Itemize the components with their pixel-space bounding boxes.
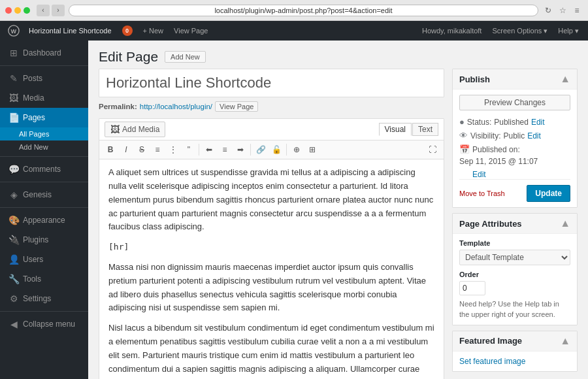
template-label: Template — [459, 239, 570, 247]
status-edit-link[interactable]: Edit — [531, 118, 545, 127]
template-select[interactable]: Default Template — [459, 250, 570, 265]
sidebar-item-media[interactable]: 🖼 Media — [0, 88, 88, 108]
featured-image-header: Featured Image ▲ — [453, 331, 577, 352]
ordered-list-button[interactable]: ⋮ — [166, 142, 180, 157]
strikethrough-button[interactable]: S — [135, 142, 149, 157]
align-center-button[interactable]: ≡ — [218, 142, 232, 157]
tab-text[interactable]: Text — [412, 123, 438, 136]
sidebar-item-all-pages[interactable]: All Pages — [0, 127, 88, 140]
tab-visual[interactable]: Visual — [379, 123, 412, 136]
sidebar-item-dashboard[interactable]: ⊞ Dashboard — [0, 43, 88, 63]
sidebar-item-comments[interactable]: 💬 Comments — [0, 159, 88, 179]
visibility-icon: 👁 — [459, 131, 468, 140]
sidebar-item-collapse[interactable]: ◀ Collapse menu — [0, 314, 88, 334]
view-page-item[interactable]: View Page — [169, 21, 213, 41]
sidebar-separator-1 — [0, 65, 88, 66]
site-name-item[interactable]: Horizontal Line Shortcode — [24, 21, 117, 41]
calendar-icon: 📅 — [459, 144, 470, 154]
notifications-item[interactable]: 0 — [117, 21, 138, 41]
notification-badge: 0 — [122, 25, 133, 36]
sidebar-item-appearance[interactable]: 🎨 Appearance — [0, 210, 88, 230]
published-label: Published on: — [472, 145, 520, 154]
fullscreen-button[interactable]: ⛶ — [425, 142, 440, 157]
wp-logo-item[interactable]: W — [4, 21, 24, 41]
post-title[interactable]: Horizontal Line Shortcode — [99, 69, 444, 97]
forward-button[interactable]: › — [52, 5, 65, 16]
publish-box-toggle[interactable]: ▲ — [560, 73, 570, 85]
permalink-row: Permalink: http://localhost/plugin/ View… — [99, 101, 444, 112]
howdy-text: Howdy, mikakaltoft — [417, 27, 487, 35]
sidebar-label-plugins: Plugins — [23, 235, 48, 244]
bold-button[interactable]: B — [103, 142, 118, 157]
address-bar[interactable]: localhost/plugin/wp-admin/post.php?post=… — [69, 5, 538, 16]
visibility-row: 👁 Visibility: Public Edit — [459, 131, 570, 140]
content-para-2: Massa nisi non dignissim mauris maecenas… — [108, 261, 434, 315]
sidebar-label-users: Users — [23, 255, 43, 264]
move-to-trash-link[interactable]: Move to Trash — [459, 190, 505, 197]
sidebar-label-pages: Pages — [23, 113, 45, 122]
featured-image-toggle[interactable]: ▲ — [560, 335, 570, 347]
screen-options-label: Screen Options ▾ — [492, 27, 547, 35]
published-edit-link[interactable]: Edit — [472, 170, 486, 179]
refresh-icon[interactable]: ↻ — [542, 5, 554, 16]
add-media-button[interactable]: 🖼 Add Media — [105, 122, 165, 137]
sidebar-item-tools[interactable]: 🔧 Tools — [0, 269, 88, 289]
insert-button[interactable]: ⊕ — [289, 142, 304, 157]
unordered-list-button[interactable]: ≡ — [150, 142, 165, 157]
align-right-button[interactable]: ➡ — [233, 142, 248, 157]
toolbar-separator-2 — [250, 144, 251, 156]
italic-button[interactable]: I — [119, 142, 133, 157]
visibility-edit-link[interactable]: Edit — [527, 131, 541, 140]
minimize-dot[interactable] — [14, 7, 21, 14]
page-attributes-header: Page Attributes ▲ — [453, 214, 577, 234]
editor-main: Horizontal Line Shortcode Permalink: htt… — [99, 69, 444, 379]
order-input[interactable] — [459, 281, 485, 295]
browser-nav: ‹ › — [37, 5, 65, 16]
editor-content[interactable]: A aliquet sem ultrices ut suspendisse gr… — [99, 159, 444, 379]
publish-box-header: Publish ▲ — [453, 69, 577, 90]
sidebar-item-add-new[interactable]: Add New — [0, 140, 88, 154]
sidebar-label-collapse: Collapse menu — [23, 320, 75, 329]
sidebar-item-users[interactable]: 👤 Users — [0, 250, 88, 269]
new-item[interactable]: + New — [138, 21, 169, 41]
page-attributes-content: Template Default Template Order Need hel… — [453, 234, 577, 325]
unlink-button[interactable]: 🔓 — [269, 142, 284, 157]
sidebar-separator-5 — [0, 311, 88, 312]
sidebar-separator-4 — [0, 207, 88, 208]
link-button[interactable]: 🔗 — [253, 142, 268, 157]
sidebar-item-plugins[interactable]: 🔌 Plugins — [0, 230, 88, 250]
dashboard-icon: ⊞ — [8, 48, 19, 58]
help-label: Help ▾ — [558, 27, 579, 35]
preview-changes-button[interactable]: Preview Changes — [459, 95, 570, 110]
sidebar-item-posts[interactable]: ✎ Posts — [0, 69, 88, 88]
screen-options-btn[interactable]: Screen Options ▾ — [487, 21, 553, 41]
sidebar-item-settings[interactable]: ⚙ Settings — [0, 289, 88, 308]
all-pages-label: All Pages — [19, 130, 49, 138]
published-row: 📅 Published on: Sep 11, 2015 @ 11:07 — [459, 144, 570, 166]
view-page-button[interactable]: View Page — [215, 101, 258, 112]
format-button[interactable]: ⊞ — [305, 142, 319, 157]
appearance-icon: 🎨 — [8, 215, 19, 225]
add-new-button[interactable]: Add New — [165, 51, 206, 63]
maximize-dot[interactable] — [24, 7, 30, 14]
bookmark-icon[interactable]: ☆ — [557, 5, 568, 16]
back-button[interactable]: ‹ — [37, 5, 50, 16]
content-para-3: Nisl lacus a bibendum sit vestibulum con… — [108, 321, 434, 379]
editor-area: Horizontal Line Shortcode Permalink: htt… — [88, 69, 588, 379]
pages-icon: 📄 — [8, 112, 19, 123]
set-featured-image-link[interactable]: Set featured image — [459, 357, 525, 366]
collapse-icon: ◀ — [8, 319, 19, 329]
status-label: Status: — [467, 118, 491, 127]
page-attributes-toggle[interactable]: ▲ — [560, 218, 570, 229]
help-btn[interactable]: Help ▾ — [553, 21, 584, 41]
more-icon[interactable]: ≡ — [571, 5, 583, 16]
close-dot[interactable] — [5, 7, 12, 14]
users-icon: 👤 — [8, 254, 19, 265]
update-button[interactable]: Update — [527, 185, 570, 202]
sidebar-item-pages[interactable]: 📄 Pages — [0, 108, 88, 127]
align-left-button[interactable]: ⬅ — [202, 142, 216, 157]
blockquote-button[interactable]: " — [182, 142, 196, 157]
comments-icon: 💬 — [8, 164, 19, 174]
sidebar-item-genesis[interactable]: ◈ Genesis — [0, 185, 88, 205]
permalink-url[interactable]: http://localhost/plugin/ — [140, 103, 212, 110]
